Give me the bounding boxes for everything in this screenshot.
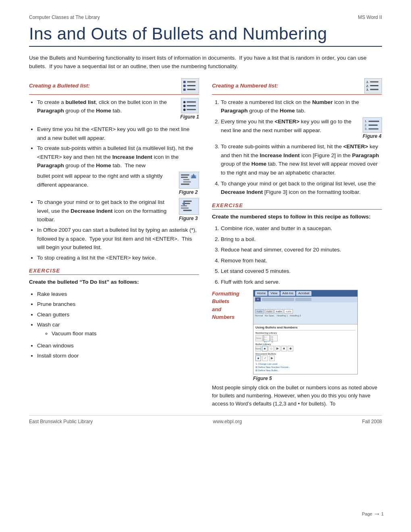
footer-left: East Brunswick Public Library <box>29 419 93 424</box>
two-col-layout: Creating a Bulleted list: <box>29 78 382 408</box>
svg-rect-40 <box>369 125 378 126</box>
main-title: Ins and Outs of Bullets and Numbering <box>29 24 382 47</box>
svg-rect-38 <box>369 121 380 122</box>
list-item: To create sub-points within a numbered l… <box>221 142 382 177</box>
exercise1-task: Create the bulleted “To Do list” as foll… <box>29 278 199 286</box>
figure5-text: Most people simply click on the bullet o… <box>212 384 382 408</box>
header-right: MS Word II <box>358 15 382 20</box>
right-column: Creating a Numbered list: 1. 2. 3. To cr… <box>212 78 382 408</box>
svg-rect-13 <box>187 109 196 110</box>
page-arrow-icon: → <box>373 510 380 517</box>
figure4-img: 1. 2. 3. <box>363 117 382 133</box>
formatting-title: FormattingBulletsandNumbers <box>212 290 248 321</box>
svg-rect-15 <box>181 175 189 176</box>
svg-rect-27 <box>183 210 192 211</box>
list-item: Fluff with fork and serve. <box>221 278 382 287</box>
formatting-section: FormattingBulletsandNumbers Home View Ad… <box>212 290 382 381</box>
list-item: To stop creating a list hit the <ENTER> … <box>37 254 199 262</box>
svg-rect-35 <box>370 89 378 90</box>
figure5-img: Home View Add-Ins Acrobat ≡ <box>253 290 358 374</box>
svg-rect-4 <box>187 85 195 86</box>
fig5-tab1: Home <box>255 291 268 296</box>
svg-text:2.: 2. <box>366 84 369 88</box>
svg-rect-6 <box>187 89 195 90</box>
page-label: Page <box>362 511 372 516</box>
fig5-tab3: Add-Ins <box>280 291 296 296</box>
list-item: Every time you hit the <ENTER> key you w… <box>37 125 199 142</box>
svg-rect-16 <box>181 177 188 178</box>
list-item: Let stand covered 5 minutes. <box>221 267 382 276</box>
svg-rect-9 <box>187 101 196 102</box>
svg-rect-11 <box>187 105 196 106</box>
figure2-label: Figure 2 <box>179 189 199 196</box>
list-item: In Office 2007 you can start a bulleted … <box>37 226 199 252</box>
left-column: Creating a Bulleted list: <box>29 78 199 408</box>
list-item: To change your mind or get back to the o… <box>221 179 382 197</box>
svg-text:3.: 3. <box>365 127 367 131</box>
fig5-tab2: View <box>268 291 279 296</box>
list-item: To create a bulleted list, click on the … <box>37 98 199 123</box>
figure5-block: Home View Add-Ins Acrobat ≡ <box>253 290 382 381</box>
svg-rect-42 <box>369 129 379 130</box>
figure4-label: Figure 4 <box>363 133 382 140</box>
list-item: Reduce heat and simmer, covered for 20 m… <box>221 245 382 254</box>
svg-point-12 <box>183 108 186 111</box>
svg-rect-31 <box>370 81 378 82</box>
svg-rect-19 <box>181 184 189 185</box>
list-item: Every time you hit the <ENTER> key you w… <box>221 117 382 140</box>
svg-text:1.: 1. <box>366 80 369 84</box>
figure1-container: Figure 1 <box>180 98 199 121</box>
list-item: Bring to a boil. <box>221 235 382 244</box>
bulleted-section-heading: Creating a Bulleted list: <box>29 78 199 95</box>
sub-bullet-list: Vacuum floor mats <box>52 329 199 338</box>
top-bar: Computer Classes at The Library MS Word … <box>29 15 382 20</box>
list-item: To create a numbered list click on the N… <box>221 98 382 115</box>
svg-rect-18 <box>183 181 191 183</box>
fig5-tab4: Acrobat <box>296 291 311 296</box>
list-item: Clean windows <box>37 341 199 350</box>
exercise2-list: Combine rice, water and butter in a sauc… <box>221 224 382 287</box>
figure3-img <box>179 198 199 215</box>
fig5-topbar: Home View Add-Ins Acrobat <box>253 290 357 297</box>
figure1-img <box>181 98 199 113</box>
bullet-section: To create a bulleted list, click on the … <box>29 98 199 262</box>
list-item: Combine rice, water and butter in a sauc… <box>221 224 382 233</box>
bullet-list: To create a bulleted list, click on the … <box>37 98 199 262</box>
exercise2-task: Create the numbered steps to follow in t… <box>212 213 382 221</box>
formatting-title-block: FormattingBulletsandNumbers <box>212 290 248 381</box>
header-left: Computer Classes at The Library <box>29 15 100 20</box>
svg-text:2.: 2. <box>365 123 367 127</box>
page: Computer Classes at The Library MS Word … <box>0 0 411 532</box>
exercise1-heading: EXERCISE <box>29 268 199 275</box>
figure3-container: Figure 3 <box>179 198 199 222</box>
svg-rect-2 <box>187 81 195 82</box>
numbered-section-heading: Creating a Numbered list: 1. 2. 3. <box>212 78 382 95</box>
numbered-list: To create a numbered list click on the N… <box>221 98 382 197</box>
svg-point-10 <box>183 105 186 107</box>
svg-rect-33 <box>370 85 378 86</box>
list-item: To create sub-points within a bulleted l… <box>37 144 199 196</box>
exercise2-heading: EXERCISE <box>212 202 382 210</box>
list-item: Clean gutters <box>37 310 199 319</box>
list-item: To change your mind or to get back to th… <box>37 198 199 224</box>
svg-rect-1 <box>183 81 186 83</box>
exercise1-list: Rake leaves Prune branches Clean gutters… <box>37 290 199 360</box>
svg-rect-25 <box>181 205 187 206</box>
figure5-label: Figure 5 <box>253 376 382 381</box>
list-item: Wash car Vacuum floor mats <box>37 320 199 338</box>
list-item: Remove from heat. <box>221 256 382 265</box>
footer: East Brunswick Public Library www.ebpl.o… <box>29 415 382 424</box>
fig5-inner: Home View Add-Ins Acrobat ≡ <box>253 290 357 374</box>
svg-rect-26 <box>181 208 189 209</box>
figure2-img <box>179 172 199 189</box>
list-item: Prune branches <box>37 300 199 309</box>
figure2-container: Figure 2 <box>179 172 199 196</box>
footer-center: www.ebpl.org <box>213 419 242 424</box>
svg-text:3.: 3. <box>366 88 369 91</box>
svg-rect-23 <box>183 201 192 202</box>
svg-rect-17 <box>183 179 189 180</box>
svg-rect-3 <box>183 85 186 87</box>
footer-right: Fall 2008 <box>362 419 382 424</box>
figure1-icon <box>181 78 199 94</box>
svg-point-8 <box>183 101 186 103</box>
